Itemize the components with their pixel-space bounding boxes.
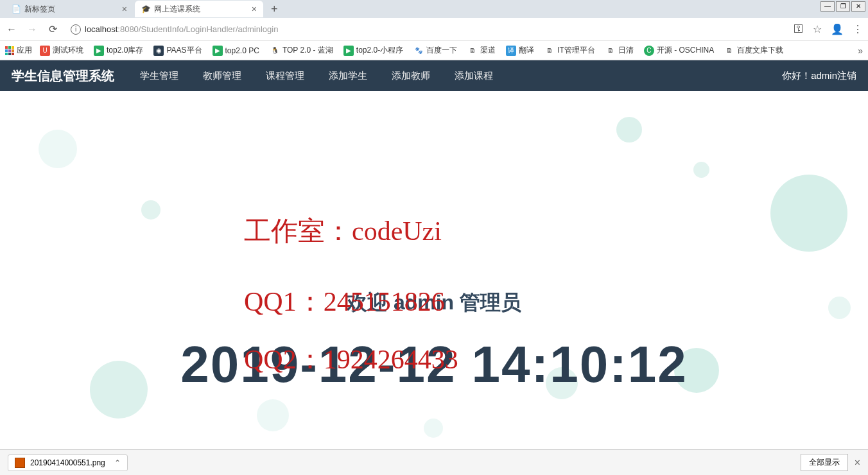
bookmark-label: 开源 - OSCHINA (657, 45, 714, 56)
bookmark-favicon-icon: 🗎 (544, 46, 555, 56)
bookmark-item[interactable]: ◉PAAS平台 (151, 44, 204, 57)
bookmark-label: IT管理平台 (557, 45, 595, 56)
bookmark-star-icon[interactable]: ☆ (813, 23, 822, 35)
bookmarks-bar: 应用 U测试环境 ▶top2.0库存 ◉PAAS平台 ▶top2.0 PC 🐧T… (0, 41, 868, 60)
downloads-bar: 20190414000551.png ⌃ 全部显示 × (0, 449, 868, 475)
watermark-qq2: QQ2：1924264433 (244, 341, 458, 377)
bookmark-item[interactable]: C开源 - OSCHINA (641, 44, 716, 57)
apps-label: 应用 (17, 45, 32, 56)
tab-close-icon[interactable]: × (252, 4, 257, 14)
password-key-icon[interactable]: ⚿ (794, 23, 804, 35)
decorative-bubble (257, 399, 289, 431)
bookmark-favicon-icon: 译 (506, 46, 516, 56)
main-content: 欢迎 admin 管理员 2019-12-12 14:10:12 工作室：cod… (0, 91, 868, 438)
bookmark-favicon-icon: C (644, 46, 654, 56)
tab-close-icon[interactable]: × (122, 4, 127, 14)
decorative-bubble (770, 175, 847, 252)
nav-link-add-student[interactable]: 添加学生 (329, 70, 367, 82)
url-path: /StudentInfo/LoginHandler/adminlogin (139, 24, 279, 34)
tab-favicon-icon: 🎓 (141, 4, 150, 13)
bookmark-favicon-icon: 🗎 (724, 46, 734, 56)
watermark-qq1: QQ1：245151826 (244, 284, 445, 320)
user-greeting: 你好！admin注销 (782, 70, 856, 82)
forward-button[interactable]: → (26, 24, 39, 35)
decorative-bubble (141, 200, 161, 220)
browser-tab[interactable]: 📄 新标签页 × (5, 1, 134, 17)
browser-tab-bar: 📄 新标签页 × 🎓 网上选课系统 × + (0, 0, 868, 18)
decorative-bubble (616, 117, 642, 142)
bookmark-item[interactable]: 🗎渠道 (465, 44, 498, 57)
bookmark-label: top2.0 PC (225, 46, 259, 55)
download-item[interactable]: 20190414000551.png ⌃ (8, 454, 128, 471)
bookmark-label: TOP 2.0 - 蓝湖 (282, 45, 333, 56)
bookmark-favicon-icon: ▶ (94, 46, 104, 56)
bookmark-item[interactable]: 🗎日清 (603, 44, 636, 57)
bookmark-label: 日清 (618, 45, 634, 56)
nav-link-course-manage[interactable]: 课程管理 (266, 70, 304, 82)
bookmark-label: 测试环境 (53, 45, 83, 56)
url-host: localhost (85, 24, 117, 34)
bookmark-item[interactable]: 🗎IT管理平台 (542, 44, 598, 57)
bookmark-label: 翻译 (519, 45, 534, 56)
decorative-bubble (693, 162, 709, 178)
bookmark-favicon-icon: 🐾 (413, 46, 424, 56)
menu-icon[interactable]: ⋮ (853, 23, 863, 35)
bookmark-label: 百度文库下载 (737, 45, 783, 56)
bookmark-label: top2.0库存 (107, 45, 143, 56)
browser-tab-active[interactable]: 🎓 网上选课系统 × (135, 1, 263, 17)
bookmark-item[interactable]: ▶top2.0-小程序 (341, 44, 406, 57)
file-image-icon (15, 458, 25, 468)
reload-button[interactable]: ⟳ (46, 23, 59, 35)
new-tab-button[interactable]: + (265, 3, 284, 16)
bookmark-label: top2.0-小程序 (356, 45, 403, 56)
watermark-studio: 工作室：codeUzi (244, 213, 442, 249)
bookmark-favicon-icon: ▶ (213, 46, 223, 56)
apps-grid-icon (5, 46, 14, 55)
bookmarks-overflow-icon[interactable]: » (858, 46, 863, 56)
bookmark-item[interactable]: 🐾百度一下 (411, 44, 460, 57)
window-minimize-button[interactable]: — (820, 1, 835, 12)
bookmark-label: 渠道 (480, 45, 496, 56)
bookmark-favicon-icon: 🗎 (467, 46, 478, 56)
decorative-bubble (39, 130, 77, 168)
window-maximize-button[interactable]: ❐ (836, 1, 850, 12)
tab-title: 新标签页 (24, 4, 55, 15)
close-downloads-bar-icon[interactable]: × (855, 457, 860, 469)
url-input[interactable]: i localhost:8080/StudentInfo/LoginHandle… (67, 24, 786, 35)
bookmark-label: PAAS平台 (166, 45, 202, 56)
tab-title: 网上选课系统 (154, 4, 200, 15)
window-close-button[interactable]: ✕ (851, 1, 865, 12)
app-navbar: 学生信息管理系统 学生管理 教师管理 课程管理 添加学生 添加教师 添加课程 你… (0, 60, 868, 91)
download-filename: 20190414000551.png (30, 458, 105, 467)
bookmark-favicon-icon: 🐧 (270, 46, 280, 56)
bookmark-favicon-icon: U (40, 46, 50, 56)
url-port: :8080 (117, 24, 139, 34)
greeting-prefix: 你好！ (782, 70, 811, 81)
profile-icon[interactable]: 👤 (831, 23, 844, 35)
apps-button[interactable]: 应用 (5, 45, 32, 56)
bookmark-item[interactable]: U测试环境 (37, 44, 86, 57)
nav-link-add-teacher[interactable]: 添加教师 (392, 70, 430, 82)
username: admin (811, 70, 837, 81)
bookmark-item[interactable]: 译翻译 (503, 44, 537, 57)
address-bar: ← → ⟳ i localhost:8080/StudentInfo/Login… (0, 18, 868, 41)
site-info-icon[interactable]: i (71, 24, 81, 35)
nav-link-student-manage[interactable]: 学生管理 (140, 70, 178, 82)
bookmark-item[interactable]: 🐧TOP 2.0 - 蓝湖 (267, 44, 336, 57)
decorative-bubble (424, 419, 443, 438)
bookmark-item[interactable]: ▶top2.0 PC (210, 44, 262, 57)
bookmark-label: 百度一下 (426, 45, 457, 56)
nav-link-teacher-manage[interactable]: 教师管理 (203, 70, 241, 82)
nav-link-add-course[interactable]: 添加课程 (455, 70, 493, 82)
bookmark-item[interactable]: ▶top2.0库存 (91, 44, 146, 57)
chevron-up-icon[interactable]: ⌃ (114, 458, 121, 467)
bookmark-item[interactable]: 🗎百度文库下载 (722, 44, 786, 57)
bookmark-favicon-icon: ◉ (153, 46, 164, 56)
back-button[interactable]: ← (5, 24, 18, 35)
bookmark-favicon-icon: ▶ (343, 46, 354, 56)
logout-link[interactable]: 注销 (837, 70, 856, 81)
show-all-downloads-button[interactable]: 全部显示 (801, 454, 848, 471)
app-brand[interactable]: 学生信息管理系统 (12, 67, 114, 85)
bookmark-favicon-icon: 🗎 (605, 46, 616, 56)
tab-favicon-icon: 📄 (12, 4, 21, 13)
